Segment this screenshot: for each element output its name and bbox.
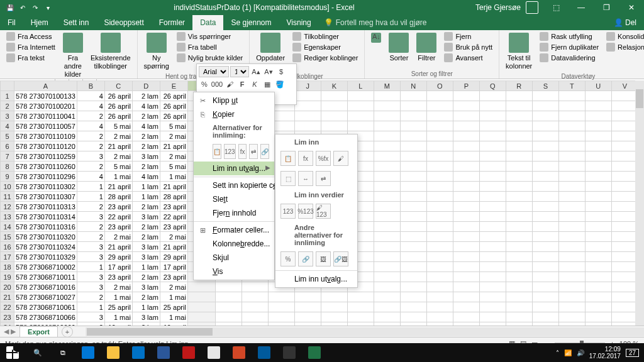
cell-D21[interactable]: 2 lam (132, 292, 160, 302)
cell-Q7[interactable] (479, 151, 506, 162)
cell-S21[interactable] (532, 292, 558, 302)
column-header-L[interactable]: L (347, 81, 374, 91)
cell-C5[interactable]: 2 mai (104, 131, 132, 141)
cell-D18[interactable]: 1 lam (132, 262, 160, 272)
paste-formatting-icon[interactable]: % (280, 251, 296, 266)
cell-C4[interactable]: 5 mai (104, 121, 132, 131)
tab-sideoppsett[interactable]: Sideoppsett (96, 15, 151, 30)
cell-T23[interactable] (558, 312, 585, 322)
cell-O8[interactable] (426, 162, 453, 172)
cell-U4[interactable] (585, 121, 611, 131)
cell-U7[interactable] (585, 151, 611, 162)
cell-N9[interactable] (400, 172, 426, 182)
cell-N18[interactable] (400, 262, 426, 272)
cell-G23[interactable] (215, 312, 242, 322)
cell-C11[interactable]: 28 april (104, 192, 132, 202)
cell-J4[interactable] (294, 121, 321, 131)
cell-B4[interactable]: 4 (77, 121, 104, 131)
cell-E9[interactable]: 1 mai (160, 172, 187, 182)
paste-default-icon[interactable]: 📋 (213, 144, 221, 159)
cell-N19[interactable] (400, 272, 426, 282)
column-header-B[interactable]: B (77, 81, 104, 91)
cell-U10[interactable] (585, 182, 611, 192)
cell-B17[interactable]: 3 (77, 252, 104, 262)
cell-N6[interactable] (400, 141, 426, 151)
cell-J2[interactable] (294, 101, 321, 111)
cell-M19[interactable] (374, 272, 400, 282)
cell-T4[interactable] (558, 121, 585, 131)
cell-H23[interactable] (242, 312, 268, 322)
increase-font-icon[interactable]: A▴ (250, 66, 262, 77)
cell-B20[interactable]: 3 (77, 282, 104, 292)
paste-values-number-icon[interactable]: %123 (298, 204, 313, 219)
cell-D9[interactable]: 4 lam (132, 172, 160, 182)
cell-C7[interactable]: 2 mai (104, 151, 132, 162)
cell-O19[interactable] (426, 272, 453, 282)
cell-M2[interactable] (374, 101, 400, 111)
cell-Q17[interactable] (479, 252, 506, 262)
cell-M11[interactable] (374, 192, 400, 202)
cell-N21[interactable] (400, 292, 426, 302)
menu-copy[interactable]: ⎘Kopier (194, 107, 274, 121)
cell-Q18[interactable] (479, 262, 506, 272)
redo-icon[interactable]: ↷ (30, 3, 40, 13)
cell-B22[interactable]: 1 (77, 302, 104, 312)
cell-P3[interactable] (453, 111, 479, 121)
row-header-11[interactable]: 11 (1, 192, 14, 202)
cell-D8[interactable]: 2 lam (132, 162, 160, 172)
cell-Q21[interactable] (479, 292, 506, 302)
percent-format-icon[interactable]: % (199, 79, 210, 90)
cell-A23[interactable]: 578 273068710066 (14, 312, 77, 322)
cell-V12[interactable] (611, 202, 638, 212)
cell-T15[interactable] (558, 232, 585, 242)
cell-P12[interactable] (453, 202, 479, 212)
cell-E11[interactable]: 28 april (160, 192, 187, 202)
cell-E16[interactable]: 21 april (160, 242, 187, 252)
cell-S7[interactable] (532, 151, 558, 162)
cell-S20[interactable] (532, 282, 558, 292)
cell-O3[interactable] (426, 111, 453, 121)
cell-O21[interactable] (426, 292, 453, 302)
cell-A22[interactable]: 578 273068710061 (14, 302, 77, 312)
qat-customize-icon[interactable]: ▾ (43, 3, 53, 13)
cell-O10[interactable] (426, 182, 453, 192)
cell-L21[interactable] (347, 292, 374, 302)
cell-S16[interactable] (532, 242, 558, 252)
cell-P17[interactable] (453, 252, 479, 262)
cell-E20[interactable]: 2 mai (160, 282, 187, 292)
column-header-Q[interactable]: Q (479, 81, 506, 91)
cell-K1[interactable] (321, 91, 347, 101)
cell-T12[interactable] (558, 202, 585, 212)
cell-S3[interactable] (532, 111, 558, 121)
taskbar-taskview-icon[interactable]: ⧉ (50, 343, 75, 362)
taskbar-mcafee-icon[interactable] (176, 343, 201, 362)
cell-S14[interactable] (532, 222, 558, 232)
cell-V13[interactable] (611, 212, 638, 222)
cell-Q11[interactable] (479, 192, 506, 202)
cell-A12[interactable]: 578 273070110313 (14, 202, 77, 212)
cell-O1[interactable] (426, 91, 453, 101)
column-header-T[interactable]: T (558, 81, 585, 91)
cell-O13[interactable] (426, 212, 453, 222)
cell-D10[interactable]: 1 lam (132, 182, 160, 192)
edit-links-button[interactable]: Rediger koblinger (290, 53, 360, 63)
taskbar-app1-icon[interactable] (252, 343, 277, 362)
cell-R14[interactable] (506, 222, 532, 232)
column-header-E[interactable]: E (160, 81, 187, 91)
cell-Q19[interactable] (479, 272, 506, 282)
cell-M17[interactable] (374, 252, 400, 262)
cell-V15[interactable] (611, 232, 638, 242)
cell-B18[interactable]: 1 (77, 262, 104, 272)
cell-C8[interactable]: 5 mai (104, 162, 132, 172)
cell-P16[interactable] (453, 242, 479, 252)
cell-V1[interactable] (611, 91, 638, 101)
cell-E1[interactable]: 26 april (160, 91, 187, 101)
cell-C17[interactable]: 29 april (104, 252, 132, 262)
cell-D15[interactable]: 2 lam (132, 232, 160, 242)
paste-values-only-icon[interactable]: 123 (280, 204, 296, 219)
cell-L2[interactable] (347, 101, 374, 111)
column-header-O[interactable]: O (426, 81, 453, 91)
cell-O15[interactable] (426, 232, 453, 242)
paste-column-widths-icon[interactable]: ↔ (298, 171, 313, 186)
cell-N23[interactable] (400, 312, 426, 322)
